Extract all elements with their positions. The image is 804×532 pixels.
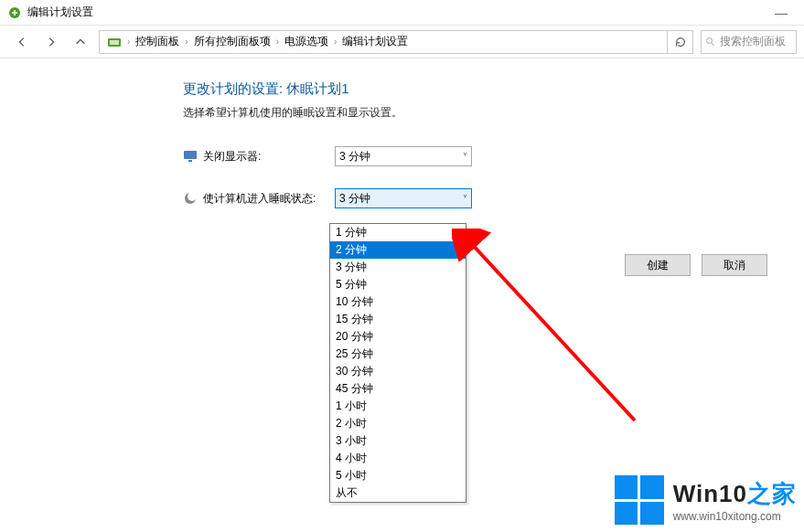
sleep-label: 使计算机进入睡眠状态: (203, 191, 335, 207)
breadcrumb-item[interactable]: 所有控制面板项 (190, 34, 274, 49)
sleep-value: 3 分钟 (339, 191, 370, 207)
svg-line-8 (470, 242, 635, 420)
dropdown-option[interactable]: 20 分钟 (330, 328, 466, 346)
search-icon (705, 37, 716, 48)
dropdown-option[interactable]: 5 分钟 (330, 276, 466, 293)
arrow-left-icon (16, 36, 28, 48)
chevron-down-icon: ˅ (463, 152, 467, 162)
chevron-right-icon: › (183, 37, 189, 47)
watermark-url: www.win10xitong.com (673, 510, 797, 523)
svg-rect-4 (184, 151, 197, 159)
breadcrumb-item[interactable]: 电源选项 (281, 34, 332, 49)
sleep-combo[interactable]: 3 分钟 ˅ (335, 188, 472, 208)
search-placeholder: 搜索控制面板 (720, 34, 786, 49)
dropdown-option[interactable]: 10 分钟 (330, 293, 466, 311)
chevron-right-icon: › (274, 37, 281, 47)
setting-row-sleep: 使计算机进入睡眠状态: 3 分钟 ˅ (183, 188, 804, 208)
breadcrumb-item[interactable]: 编辑计划设置 (338, 34, 412, 49)
watermark: Win10之家 www.win10xitong.com (615, 475, 797, 525)
moon-icon (183, 191, 198, 206)
svg-rect-2 (110, 40, 119, 45)
create-button[interactable]: 创建 (625, 254, 691, 276)
search-input[interactable]: 搜索控制面板 (701, 30, 797, 54)
dropdown-option[interactable]: 1 小时 (330, 398, 466, 415)
dropdown-option[interactable]: 1 分钟 (330, 224, 466, 241)
breadcrumb-item[interactable]: 控制面板 (132, 34, 183, 49)
arrow-right-icon (45, 36, 58, 48)
titlebar: 编辑计划设置 — (0, 0, 804, 26)
windows-logo-icon (615, 475, 664, 525)
monitor-icon (183, 149, 198, 164)
up-button[interactable] (66, 29, 95, 55)
arrow-up-icon (74, 36, 87, 48)
dropdown-option[interactable]: 5 小时 (330, 467, 466, 484)
action-buttons: 创建 取消 (625, 254, 767, 276)
dropdown-option[interactable]: 30 分钟 (330, 363, 466, 380)
chevron-down-icon: ˅ (463, 194, 467, 204)
chevron-right-icon: › (332, 37, 338, 47)
forward-button[interactable] (37, 29, 66, 55)
cancel-button[interactable]: 取消 (702, 254, 767, 276)
page-description: 选择希望计算机使用的睡眠设置和显示设置。 (183, 105, 804, 121)
minimize-button[interactable]: — (766, 5, 797, 20)
refresh-icon (674, 36, 687, 48)
dropdown-option[interactable]: 2 小时 (330, 415, 466, 432)
control-panel-icon (107, 35, 122, 49)
dropdown-option[interactable]: 2 分钟 (330, 241, 466, 259)
dropdown-option[interactable]: 15 分钟 (330, 311, 466, 328)
back-button[interactable] (7, 29, 37, 55)
dropdown-option[interactable]: 3 分钟 (330, 259, 466, 276)
breadcrumb[interactable]: › 控制面板 › 所有控制面板项 › 电源选项 › 编辑计划设置 (99, 30, 668, 54)
annotation-arrow (452, 229, 653, 430)
dropdown-option[interactable]: 4 小时 (330, 450, 466, 467)
svg-rect-5 (188, 160, 192, 162)
page-title: 更改计划的设置: 休眠计划1 (183, 80, 804, 98)
refresh-button[interactable] (668, 30, 693, 54)
chevron-right-icon: › (125, 37, 132, 47)
content-area: 更改计划的设置: 休眠计划1 选择希望计算机使用的睡眠设置和显示设置。 关闭显示… (0, 59, 804, 208)
setting-row-display: 关闭显示器: 3 分钟 ˅ (183, 146, 804, 166)
dropdown-option[interactable]: 3 小时 (330, 432, 466, 450)
app-icon (7, 5, 22, 20)
dropdown-option[interactable]: 从不 (330, 484, 466, 502)
svg-point-3 (707, 37, 713, 43)
display-off-combo[interactable]: 3 分钟 ˅ (335, 146, 472, 166)
address-bar: › 控制面板 › 所有控制面板项 › 电源选项 › 编辑计划设置 搜索控制面板 (0, 26, 804, 59)
sleep-dropdown[interactable]: 1 分钟2 分钟3 分钟5 分钟10 分钟15 分钟20 分钟25 分钟30 分… (329, 223, 466, 503)
dropdown-option[interactable]: 25 分钟 (330, 346, 466, 363)
svg-point-7 (188, 192, 197, 201)
display-off-value: 3 分钟 (339, 149, 370, 165)
dropdown-option[interactable]: 45 分钟 (330, 380, 466, 398)
window-title: 编辑计划设置 (27, 5, 93, 20)
watermark-brand: Win10之家 (673, 478, 797, 510)
display-off-label: 关闭显示器: (203, 149, 335, 165)
